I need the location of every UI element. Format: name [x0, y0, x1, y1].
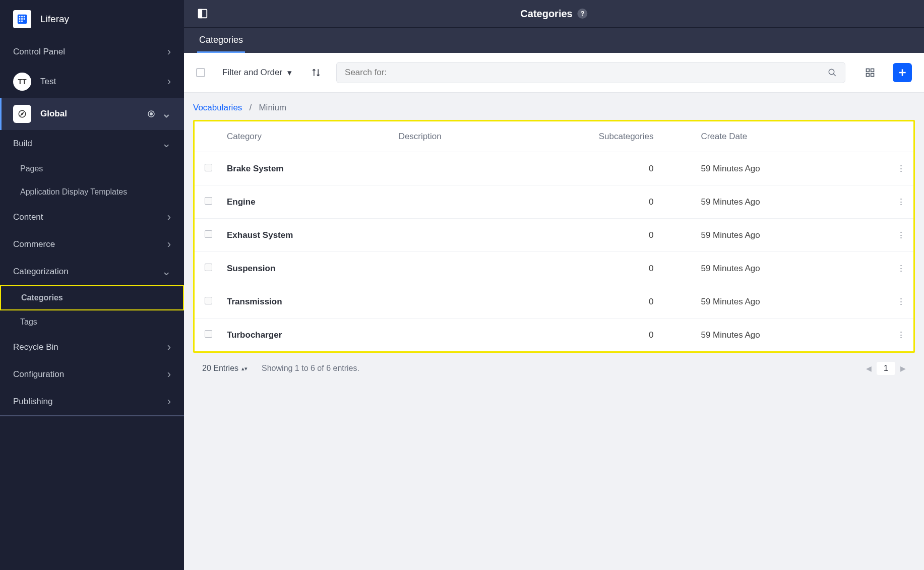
table-row[interactable]: Brake System 0 59 Minutes Ago ⋮	[195, 152, 913, 185]
sidebar-item-categories[interactable]: Categories	[0, 285, 184, 310]
sidebar-item-app-display-templates[interactable]: Application Display Templates	[0, 180, 184, 204]
sidebar-label: Tags	[20, 318, 37, 327]
pager-prev[interactable]: ◀	[866, 364, 872, 372]
toolbar: Filter and Order ▾	[184, 53, 924, 93]
sidebar-label: Categorization	[13, 267, 162, 277]
active-indicator	[0, 98, 2, 130]
pager-next[interactable]: ▶	[900, 364, 906, 372]
cell-category: Brake System	[220, 152, 392, 185]
pager-current: 1	[877, 362, 895, 375]
sidebar-item-pages[interactable]: Pages	[0, 157, 184, 180]
svg-rect-1	[19, 16, 21, 18]
entries-selector[interactable]: 20 Entries ▴▾	[202, 364, 248, 373]
chevron-right-icon: ›	[167, 45, 171, 58]
sidebar-label: Control Panel	[13, 47, 167, 57]
row-checkbox[interactable]	[205, 197, 212, 205]
cell-description	[392, 319, 514, 352]
cell-create-date: 59 Minutes Ago	[660, 319, 888, 352]
sidebar-item-build[interactable]: Build ⌄	[0, 130, 184, 157]
row-actions-button[interactable]: ⋮	[888, 185, 913, 219]
row-checkbox[interactable]	[205, 264, 212, 271]
sidebar-label: Build	[13, 139, 162, 149]
cell-category: Transmission	[220, 285, 392, 319]
showing-text: Showing 1 to 6 of 6 entries.	[262, 364, 359, 373]
row-checkbox[interactable]	[205, 164, 212, 171]
col-subcategories[interactable]: Subcategories	[513, 121, 660, 152]
sidebar-item-user[interactable]: TT Test ›	[0, 66, 184, 98]
brand-name: Liferay	[40, 14, 69, 25]
table-row[interactable]: Exhaust System 0 59 Minutes Ago ⋮	[195, 219, 913, 252]
cell-description	[392, 285, 514, 319]
sort-button[interactable]	[311, 68, 321, 78]
cell-category: Engine	[220, 185, 392, 219]
col-description[interactable]: Description	[392, 121, 514, 152]
cell-category: Exhaust System	[220, 219, 392, 252]
select-all-checkbox[interactable]	[196, 68, 205, 77]
brand[interactable]: Liferay	[0, 0, 184, 38]
col-create-date[interactable]: Create Date	[660, 121, 888, 152]
sidebar-label: Application Display Templates	[20, 187, 127, 197]
sidebar: Liferay Control Panel › TT Test › Global…	[0, 0, 184, 570]
sidebar-item-content[interactable]: Content ›	[0, 204, 184, 231]
cell-subcategories: 0	[513, 219, 660, 252]
row-checkbox[interactable]	[205, 297, 212, 304]
row-checkbox[interactable]	[205, 230, 212, 238]
cell-category: Turbocharger	[220, 319, 392, 352]
table-row[interactable]: Turbocharger 0 59 Minutes Ago ⋮	[195, 319, 913, 352]
chevron-right-icon: ›	[167, 211, 171, 224]
panel-toggle-button[interactable]	[197, 8, 208, 19]
target-icon	[147, 109, 156, 118]
svg-point-15	[829, 69, 834, 75]
sidebar-label: Global	[40, 109, 147, 119]
svg-rect-8	[21, 21, 23, 22]
help-icon[interactable]: ?	[578, 9, 588, 19]
compass-icon	[13, 105, 31, 123]
content: Vocabularies / Minium Category Descripti…	[184, 93, 924, 570]
sidebar-label: Recycle Bin	[13, 342, 167, 352]
search-icon[interactable]	[828, 68, 837, 77]
view-toggle-button[interactable]	[860, 63, 880, 82]
sidebar-label: Pages	[20, 164, 43, 173]
pager: ◀ 1 ▶	[866, 362, 906, 375]
cell-create-date: 59 Minutes Ago	[660, 252, 888, 285]
sidebar-label: Test	[40, 77, 167, 87]
col-check	[195, 121, 220, 152]
sidebar-item-commerce[interactable]: Commerce ›	[0, 231, 184, 258]
chevron-down-icon: ⌄	[162, 265, 171, 278]
cell-subcategories: 0	[513, 185, 660, 219]
categories-table: Category Description Subcategories Creat…	[195, 121, 913, 351]
tab-categories[interactable]: Categories	[197, 28, 245, 53]
sidebar-item-site[interactable]: Global ⌄	[0, 98, 184, 130]
col-category[interactable]: Category	[220, 121, 392, 152]
search-wrap	[336, 62, 845, 83]
sidebar-item-configuration[interactable]: Configuration ›	[0, 361, 184, 388]
row-actions-button[interactable]: ⋮	[888, 285, 913, 319]
sidebar-label: Content	[13, 212, 167, 222]
sidebar-item-publishing[interactable]: Publishing ›	[0, 388, 184, 416]
cell-create-date: 59 Minutes Ago	[660, 152, 888, 185]
caret-down-icon: ▾	[287, 68, 292, 78]
cell-create-date: 59 Minutes Ago	[660, 185, 888, 219]
table-row[interactable]: Suspension 0 59 Minutes Ago ⋮	[195, 252, 913, 285]
footer-bar: 20 Entries ▴▾ Showing 1 to 6 of 6 entrie…	[193, 353, 915, 379]
row-actions-button[interactable]: ⋮	[888, 152, 913, 185]
cell-category: Suspension	[220, 252, 392, 285]
main: Categories ? Categories Filter and Order…	[184, 0, 924, 570]
sidebar-item-categorization[interactable]: Categorization ⌄	[0, 258, 184, 285]
table-row[interactable]: Transmission 0 59 Minutes Ago ⋮	[195, 285, 913, 319]
row-actions-button[interactable]: ⋮	[888, 219, 913, 252]
sidebar-item-tags[interactable]: Tags	[0, 310, 184, 334]
svg-rect-18	[871, 69, 874, 72]
filter-order-button[interactable]: Filter and Order ▾	[222, 68, 292, 78]
breadcrumb-root[interactable]: Vocabularies	[193, 103, 242, 112]
filter-label: Filter and Order	[222, 68, 282, 78]
row-actions-button[interactable]: ⋮	[888, 319, 913, 352]
svg-rect-6	[24, 18, 25, 20]
sidebar-item-control-panel[interactable]: Control Panel ›	[0, 38, 184, 66]
row-actions-button[interactable]: ⋮	[888, 252, 913, 285]
sidebar-item-recycle-bin[interactable]: Recycle Bin ›	[0, 334, 184, 361]
add-button[interactable]	[893, 63, 912, 82]
table-row[interactable]: Engine 0 59 Minutes Ago ⋮	[195, 185, 913, 219]
search-input[interactable]	[345, 68, 828, 78]
row-checkbox[interactable]	[205, 330, 212, 338]
